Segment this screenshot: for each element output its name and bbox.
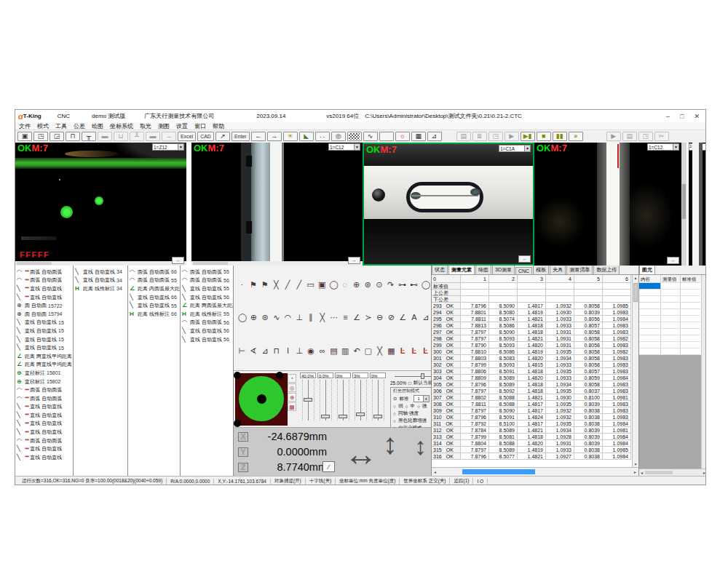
list-item[interactable]: H距离线性标注55	[181, 310, 233, 319]
list-item[interactable]: ╲直线自动直线15	[15, 343, 73, 352]
tool-icon[interactable]: ⊿	[422, 314, 430, 322]
tool-icon[interactable]: ⊿	[261, 347, 269, 355]
toolbar-button[interactable]: ▶	[505, 132, 519, 141]
tool-icon[interactable]: ⊓	[272, 347, 280, 355]
tool-icon[interactable]: ⊛	[364, 281, 372, 289]
tool-icon[interactable]: ⊷	[410, 281, 418, 289]
list-item[interactable]: ╲直线自动直线15	[15, 319, 73, 327]
list-item[interactable]: ╲***直线自动直线	[15, 453, 73, 462]
toolbar-button[interactable]: →	[267, 132, 282, 141]
list-item[interactable]: ◠***圆弧自动圆弧	[15, 437, 73, 445]
toolbar-button[interactable]: ⊓	[66, 132, 80, 141]
quadrant-light-icon[interactable]: ⊕	[288, 393, 296, 402]
element-row[interactable]	[639, 290, 706, 296]
camera4-fit-button[interactable]: ↔	[667, 257, 679, 264]
table-row[interactable]: 306OK7.87978.50921.48181.09350.80371.098…	[432, 388, 638, 394]
tool-icon[interactable]: ⚑	[261, 281, 269, 289]
table-hscrollbar[interactable]: ◄ ►	[432, 467, 638, 476]
radio-icon[interactable]: ○	[393, 404, 396, 409]
coaxial-radio-label[interactable]: 同轴·强度	[398, 410, 419, 417]
tool-icon[interactable]: ⊙	[376, 281, 384, 289]
list-item[interactable]: H距离线性标注66	[128, 310, 180, 319]
camera3-select[interactable]: 1=C1A▼	[499, 145, 531, 152]
list-item[interactable]: ╲直线自动直线55	[128, 301, 180, 310]
table-row[interactable]: 295OK7.88118.50741.48211.09330.80561.098…	[432, 316, 638, 322]
list-item[interactable]: ◠圆弧自动圆弧55	[181, 268, 233, 276]
toolbar-button[interactable]: ◳	[488, 132, 503, 141]
menu-item[interactable]: 坐标系统	[110, 122, 133, 130]
tool-icon[interactable]: ◠	[284, 314, 292, 322]
list-item[interactable]: ╲***直线自动直线	[15, 403, 73, 412]
slider-track[interactable]	[355, 380, 367, 420]
tab-3D测量[interactable]: 3D测量	[492, 266, 515, 274]
status-segment[interactable]: X,Y:-14.1761,103.6784	[214, 479, 271, 484]
camera-pane-2[interactable]: OKM:7 1=C12▼ ↔	[191, 143, 363, 266]
tool-icon[interactable]: ⊶	[398, 281, 406, 289]
toolbar-button[interactable]: ◲	[50, 132, 64, 141]
status-segment[interactable]: 对象捕捉(开)	[271, 478, 306, 485]
tool-icon[interactable]: ∞	[318, 347, 326, 355]
status-segment[interactable]: 追踪(1)	[450, 478, 473, 485]
tab-测量清单[interactable]: 测量清单	[566, 266, 593, 274]
toolbar-button[interactable]: Enter	[232, 132, 250, 141]
coaxial-light-icon[interactable]: ◎	[288, 383, 296, 392]
list-item[interactable]: ╲直线自动直线34	[74, 276, 127, 285]
scrollbar-thumb[interactable]	[633, 283, 638, 302]
list-item[interactable]: ╲***直线自动直线	[15, 284, 73, 293]
table-row[interactable]: 303OK7.88068.50911.48181.09350.80571.098…	[432, 368, 638, 375]
toolbar-button[interactable]: ▣	[17, 132, 32, 141]
element-row[interactable]	[639, 342, 706, 348]
element-row[interactable]	[639, 316, 706, 322]
tool-icon[interactable]: ◉	[307, 347, 315, 355]
menu-item[interactable]: 文件	[19, 122, 31, 130]
tool-icon[interactable]: Ŀ	[399, 347, 407, 355]
slider-thumb[interactable]	[421, 373, 424, 379]
radio-icon[interactable]: ○	[393, 411, 396, 416]
list-item[interactable]: ╲直线自动直线56	[181, 327, 233, 335]
toolbar-button[interactable]: ↗	[215, 132, 230, 141]
camera4-vscrollbar[interactable]	[681, 143, 687, 266]
tab-状态[interactable]: 状态	[432, 266, 448, 274]
jog-xy-vertical-arrows[interactable]: ↕	[383, 429, 397, 458]
table-row[interactable]: 308OK7.88118.50881.48171.09350.80391.098…	[432, 401, 638, 407]
toolbar-button[interactable]: ▶▮	[521, 132, 535, 141]
tool-icon[interactable]: ╳	[318, 314, 326, 322]
tool-icon[interactable]: ∿	[272, 314, 280, 322]
toolbar-button[interactable]: ◳	[638, 132, 653, 141]
list-item[interactable]: ⊕圆自动圆15722	[15, 301, 73, 310]
light-slider[interactable]: 0.0%	[317, 372, 333, 427]
list-item[interactable]: ◠***圆弧自动圆弧	[15, 394, 73, 403]
light-slider[interactable]: 0%	[335, 372, 351, 427]
camera1-fit-button[interactable]: ↔	[172, 257, 184, 264]
tool-icon[interactable]: ▭	[306, 281, 314, 289]
tab-夹具[interactable]: 夹具	[550, 266, 566, 274]
list-item[interactable]: ⊖直径标注15801	[15, 369, 73, 378]
toolbar-button[interactable]: ▮▮	[553, 132, 567, 141]
tool-icon[interactable]: ⊥	[296, 314, 304, 322]
toolbar-button[interactable]	[379, 132, 394, 141]
toolbar-button[interactable]: ⊔	[114, 132, 128, 141]
scroll-down-icon[interactable]: ▼	[633, 462, 638, 466]
table-row[interactable]: 313OK7.87998.50811.48181.09280.80391.098…	[432, 434, 638, 440]
table-row[interactable]: 299OK7.87908.50931.48201.09310.80581.098…	[432, 342, 638, 348]
camera-pane-3-active[interactable]: OKM:7 1=C1A▼ ↔	[363, 143, 534, 266]
tool-icon[interactable]: ╳	[272, 281, 280, 289]
toolbar-button[interactable]: ╥	[82, 132, 96, 141]
camera4-select[interactable]: 1=C12▼	[647, 143, 679, 151]
slider-thumb[interactable]	[373, 415, 382, 418]
table-row[interactable]: 296OK7.88138.50861.48181.09330.80571.098…	[432, 322, 638, 329]
list-item[interactable]: ◠圆弧自动圆弧56	[181, 319, 233, 327]
tool-icon[interactable]: ◯	[330, 281, 338, 289]
tool-icon[interactable]: ▦	[387, 347, 395, 355]
tool-icon[interactable]: ⊕	[352, 281, 360, 289]
table-row[interactable]: 307OK7.88028.50881.48211.09300.81001.098…	[432, 394, 638, 401]
menu-item[interactable]: 模式	[37, 122, 49, 130]
table-row[interactable]: 309OK7.87978.50901.48171.09320.80381.098…	[432, 407, 638, 414]
close-button[interactable]: ✕	[694, 113, 700, 120]
scrollbar-thumb[interactable]	[645, 471, 673, 474]
toolbar-button[interactable]	[347, 132, 362, 141]
table-row[interactable]: 298OK7.87978.50931.48211.09310.80581.098…	[432, 335, 638, 342]
status-segment[interactable]: 世界坐标系 正交(关)	[400, 478, 450, 485]
toolbar-button[interactable]: ▤	[622, 132, 637, 141]
radio-icon[interactable]: ○	[393, 418, 396, 423]
